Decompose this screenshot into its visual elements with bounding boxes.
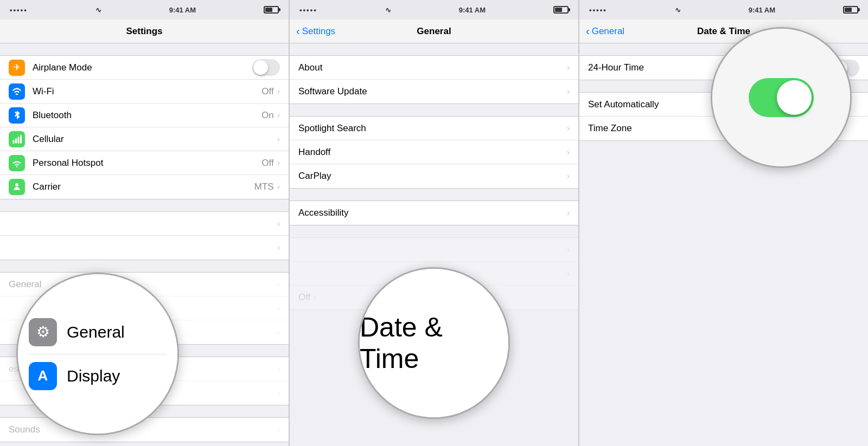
bluetooth-label: Bluetooth [33,110,261,121]
handoff-label: Handoff [298,147,567,158]
settings-item-placeholder-2[interactable]: › [0,236,289,260]
general-item-accessibility[interactable]: Accessibility › [290,201,578,225]
magnify-datetime-text: Date & Time [360,312,508,374]
magnify-general-icon: ⚙ [29,318,57,346]
page-title-1: Settings [126,26,162,37]
cellular-label: Cellular [33,134,277,145]
settings-item-hotspot[interactable]: Personal Hotspot Off › [0,151,289,175]
panel-general: ••••• ∿ 9:41 AM ‹ Settings General About… [290,0,579,446]
battery-indicator-2 [553,6,569,14]
general-item-handoff[interactable]: Handoff › [290,140,578,164]
magnify-general-item: ⚙ General [29,311,167,354]
general-section-3: Accessibility › [290,201,578,225]
carplay-label: CarPlay [298,171,567,182]
bluetooth-icon [9,107,25,124]
time-display: 9:41 AM [169,6,196,14]
spotlight-chevron: › [567,124,570,133]
nav-bar-2: ‹ Settings General [290,20,578,43]
cellular-chevron: › [277,134,280,144]
battery-indicator-3 [843,6,858,14]
general-section-1: About › Software Update › [290,55,578,104]
settings-section-5: Sounds › [0,417,289,442]
settings-item-wifi[interactable]: Wi-Fi Off › [0,80,289,104]
wifi-chevron: › [277,87,280,96]
page-title-2: General [417,26,451,37]
settings-item-airplane[interactable]: ✈ Airplane Mode [0,56,289,80]
airplane-icon: ✈ [9,60,25,76]
general-item-carplay[interactable]: CarPlay › [290,164,578,188]
status-bar-3: ••••• ∿ 9:41 AM [579,0,868,20]
wifi-icon: ∿ [95,6,101,14]
back-chevron-3: ‹ [586,25,590,36]
wifi-icon-2: ∿ [385,6,391,14]
nav-bar-1: Settings [0,20,289,43]
general-section-2: Spotlight Search › Handoff › CarPlay › [290,116,578,189]
bluetooth-chevron: › [277,111,280,120]
panel-settings: ••••• ∿ 9:41 AM Settings ✈ Airplane Mode [0,0,289,446]
svg-point-4 [16,165,18,167]
software-update-label: Software Update [298,86,567,97]
wifi-label: Wi-Fi [33,86,261,97]
magnify-toggle-thumb [777,80,812,115]
carrier-label: Carrier [33,182,254,192]
carrier-chevron: › [277,182,280,192]
accessibility-chevron: › [567,208,570,218]
settings-item-carrier[interactable]: Carrier MTS › [0,175,289,199]
accessibility-label: Accessibility [298,208,567,218]
settings-section-2: › › [0,211,289,260]
svg-rect-0 [13,140,15,143]
handoff-chevron: › [567,147,570,157]
back-chevron-2: ‹ [296,25,300,36]
back-button-2[interactable]: ‹ Settings [296,26,335,37]
signal-dots-3: ••••• [589,6,607,14]
general-item-spotlight[interactable]: Spotlight Search › [290,117,578,140]
magnify-circle-3 [711,27,852,168]
general-item-software-update[interactable]: Software Update › [290,80,578,104]
about-label: About [298,62,567,73]
signal-dots: ••••• [10,6,28,14]
time-display-2: 9:41 AM [459,6,486,14]
svg-rect-2 [18,137,20,143]
bluetooth-value: On [261,110,274,121]
settings-item-bluetooth[interactable]: Bluetooth On › [0,104,289,127]
settings-item-cellular[interactable]: Cellular › [0,127,289,151]
settings-item-placeholder-1[interactable]: › [0,212,289,236]
back-button-3[interactable]: ‹ General [586,26,624,37]
spotlight-label: Spotlight Search [298,123,567,134]
magnify-display-item: A Display [29,354,167,398]
general-item-about[interactable]: About › [290,56,578,80]
nav-bar-3: ‹ General Date & Time [579,20,868,43]
hotspot-icon [9,155,25,171]
back-label-3: General [592,26,624,37]
magnify-display-label: Display [67,367,120,385]
toggle-thumb [253,60,268,75]
magnify-display-icon: A [29,362,57,390]
back-label-2: Settings [302,26,335,37]
airplane-label: Airplane Mode [33,62,252,73]
page-title-3: Date & Time [697,26,750,37]
status-bar-1: ••••• ∿ 9:41 AM [0,0,289,20]
wifi-icon-3: ∿ [675,6,681,14]
time-display-3: 9:41 AM [749,6,775,14]
carrier-icon [9,179,25,195]
svg-rect-3 [20,135,22,143]
general-item-ph1[interactable]: › [290,238,578,262]
magnify-circle-1: ⚙ General A Display [16,273,179,435]
magnify-toggle-big [749,78,814,117]
hotspot-label: Personal Hotspot [33,158,261,169]
hotspot-value: Off [261,158,273,169]
software-update-chevron: › [567,87,570,96]
settings-item-sounds[interactable]: Sounds › [0,418,289,442]
battery-indicator [264,6,279,14]
airplane-toggle[interactable] [252,59,280,76]
svg-rect-1 [15,138,17,143]
hotspot-chevron: › [277,158,280,168]
signal-dots-2: ••••• [299,6,317,14]
panel-datetime: ••••• ∿ 9:41 AM ‹ General Date & Time 24… [579,0,868,446]
carrier-value: MTS [254,182,274,192]
settings-section-1: ✈ Airplane Mode Wi-Fi Off › [0,55,289,199]
wifi-value: Off [261,86,273,97]
status-bar-2: ••••• ∿ 9:41 AM [290,0,578,20]
magnify-general-label: General [67,323,125,341]
wifi-list-icon [9,83,25,100]
